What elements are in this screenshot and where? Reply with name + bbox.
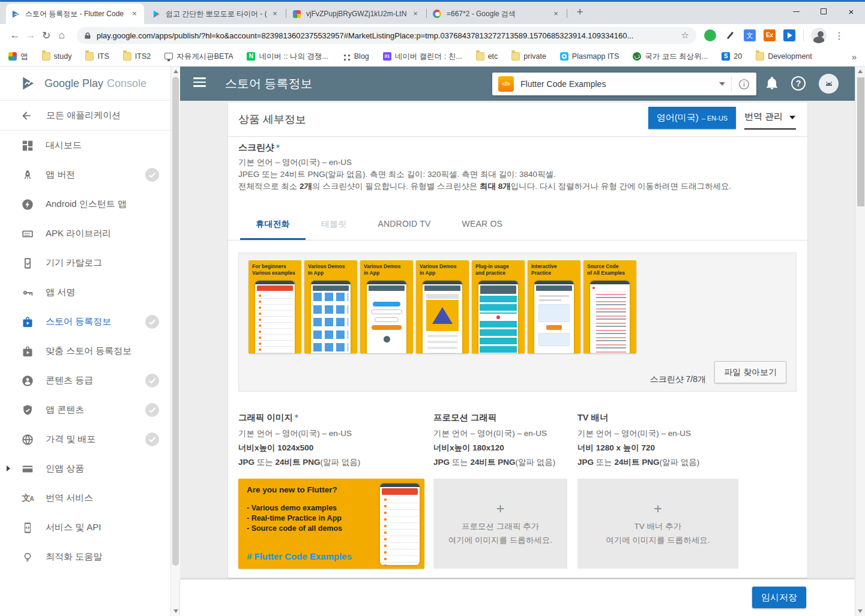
help-icon[interactable]: ?: [791, 76, 806, 91]
screenshot-thumbnail-7[interactable]: Source Codeof All Examples: [583, 260, 636, 353]
account-avatar[interactable]: [819, 74, 839, 94]
new-tab-button[interactable]: +: [571, 4, 588, 21]
extension-icon-video[interactable]: [783, 29, 795, 41]
browser-tab-pomodoro[interactable]: 쉽고 간단한 뽀모도로 타이머 - ( ×: [146, 4, 285, 24]
bookmark-folder-its2[interactable]: ITS2: [123, 52, 151, 61]
sidebar-item-store-listing[interactable]: 스토어 등록정보: [0, 307, 170, 336]
tab-close-icon[interactable]: ×: [270, 9, 280, 19]
screenshot-thumbnail-4[interactable]: Various Demosin App: [416, 260, 469, 353]
lock-icon: [84, 32, 91, 40]
tab-phone[interactable]: 휴대전화: [240, 215, 306, 240]
window-close-button[interactable]: ×: [837, 2, 865, 21]
sidebar-scrollbar[interactable]: [171, 67, 180, 616]
sidebar-item-services-api[interactable]: 서비스 및 API: [0, 513, 170, 542]
scroll-up-icon[interactable]: [173, 70, 178, 73]
scrollbar-thumb[interactable]: [857, 77, 864, 206]
tab-close-icon[interactable]: ×: [411, 9, 420, 19]
extension-icon-eyedropper[interactable]: [724, 29, 736, 41]
hamburger-menu-icon[interactable]: [193, 77, 206, 89]
tv-banner-dropzone[interactable]: + TV 배너 추가 여기에 이미지를 드롭하세요.: [577, 479, 738, 569]
sidebar-item-device-catalog[interactable]: 기기 카탈로그: [0, 248, 170, 278]
sidebar-item-optimization-tips[interactable]: 최적화 도움말: [0, 542, 170, 572]
bookmark-naver-calendar[interactable]: 31네이버 캘린더 : 친...: [383, 52, 462, 62]
bookmark-blog[interactable]: Blog: [342, 52, 369, 61]
bookmark-folder-etc[interactable]: etc: [476, 52, 498, 61]
info-icon[interactable]: [738, 78, 750, 91]
bookmark-star-icon[interactable]: ☆: [681, 30, 689, 41]
scrollbar-thumb[interactable]: [172, 77, 179, 566]
sidebar-item-content-rating[interactable]: 콘텐츠 등급: [0, 366, 170, 395]
browser-toolbar: ← → ↻ ⌂ play.google.com/apps/publish/?hl…: [0, 24, 865, 47]
sidebar-item-app-releases[interactable]: 앱 버전: [0, 160, 170, 190]
screenshot-thumbnail-2[interactable]: Various DemosIn App: [304, 260, 357, 353]
browser-tab-document[interactable]: vjFvZPupjBRyGWZj1kU2m-LtNO ×: [287, 4, 425, 24]
sidebar-item-dashboard[interactable]: 대시보드: [0, 131, 170, 160]
save-footer: 임시저장: [180, 579, 855, 616]
bookmark-plasmapp[interactable]: Plasmapp ITS: [560, 52, 619, 61]
bookmark-20[interactable]: S20: [722, 52, 742, 61]
sidebar-item-in-app-products[interactable]: 인앱 상품: [0, 454, 170, 483]
browser-tab-store-listing[interactable]: 스토어 등록정보 - Flutter Code ×: [6, 4, 144, 24]
notifications-bell-icon[interactable]: [765, 76, 779, 91]
browse-files-button[interactable]: 파일 찾아보기: [714, 361, 786, 383]
apps-grid-icon: [8, 52, 17, 61]
screenshot-caption: Various DemosIn App: [304, 260, 357, 277]
tab-wear-os[interactable]: WEAR OS: [447, 215, 519, 240]
window-maximize-button[interactable]: [810, 2, 837, 21]
browser-menu-icon[interactable]: ⋮: [831, 30, 847, 41]
back-button[interactable]: ←: [7, 29, 23, 41]
bookmarks-overflow-icon[interactable]: »: [852, 52, 857, 62]
sidebar-item-apk-library[interactable]: APK 라이브러리: [0, 219, 170, 248]
sidebar-item-custom-store-listing[interactable]: 맞춤 스토어 등록정보: [0, 336, 170, 366]
browser-tab-google-search[interactable]: =667*2 - Google 검색 ×: [427, 4, 565, 24]
screenshot-thumbnail-3[interactable]: Various Demosin App: [360, 260, 413, 353]
page-scrollbar[interactable]: [855, 67, 865, 616]
google-play-console-logo[interactable]: Google Play Console: [0, 67, 170, 101]
home-button[interactable]: ⌂: [54, 29, 70, 41]
tab-close-icon[interactable]: ×: [130, 9, 139, 19]
promo-graphic-dropzone[interactable]: + 프로모션 그래픽 추가 여기에 이미지를 드롭하세요.: [433, 479, 567, 569]
expand-arrow-icon[interactable]: [7, 465, 10, 471]
screenshot-thumbnail-6[interactable]: InteractivePractice: [528, 260, 580, 353]
sidebar-item-app-signing[interactable]: 앱 서명: [0, 278, 170, 307]
sidebar-item-app-content[interactable]: 앱 콘텐츠: [0, 395, 170, 425]
extension-icon-translate[interactable]: 文: [744, 29, 756, 41]
tab-title: =667*2 - Google 검색: [447, 9, 547, 19]
bookmark-folder-private[interactable]: private: [511, 52, 546, 61]
bookmark-folder-its[interactable]: ITS: [85, 52, 109, 61]
feature-graphic-image[interactable]: Are you new to Flutter? - Various demo e…: [238, 479, 424, 569]
colorful-favicon: [292, 9, 301, 19]
window-minimize-button[interactable]: [782, 2, 810, 21]
app-selector[interactable]: </> Flutter Code Examples: [492, 73, 756, 95]
language-button[interactable]: 영어(미국)– EN-US: [648, 107, 736, 129]
bookmark-apps[interactable]: 앱: [8, 52, 28, 62]
scroll-down-icon[interactable]: [858, 609, 863, 613]
save-draft-button[interactable]: 임시저장: [752, 587, 806, 608]
scroll-up-icon[interactable]: [858, 70, 863, 73]
tab-close-icon[interactable]: ×: [551, 9, 561, 19]
bookmark-folder-development[interactable]: Development: [756, 52, 812, 61]
screenshot-thumbnail-1[interactable]: For beginnersVarious examples: [249, 260, 301, 353]
tab-android-tv[interactable]: ANDROID TV: [362, 215, 446, 240]
chevron-down-icon[interactable]: [719, 82, 725, 86]
bookmark-folder-study[interactable]: study: [42, 52, 72, 61]
refresh-button[interactable]: ↻: [38, 29, 54, 42]
scroll-down-icon[interactable]: [173, 609, 178, 613]
extension-icon-ex[interactable]: Ex: [764, 29, 776, 41]
forward-button[interactable]: →: [23, 29, 38, 41]
sidebar-item-translation-service[interactable]: 文A 번역 서비스: [0, 483, 170, 513]
bookmark-naver[interactable]: N네이버 :: 나의 경쟁...: [247, 52, 328, 62]
sidebar-item-pricing-distribution[interactable]: 가격 및 배포: [0, 425, 170, 454]
tab-tablet[interactable]: 태블릿: [306, 215, 363, 240]
bookmark-board-beta[interactable]: 자유게시판BETA: [164, 52, 233, 62]
folder-icon: [85, 52, 94, 61]
screenshot-thumbnail-5[interactable]: Plug-in usageand practice: [472, 260, 525, 353]
translation-management-menu[interactable]: 번역 관리: [744, 111, 795, 122]
browser-profile-avatar[interactable]: [811, 28, 827, 43]
sidebar-item-all-applications[interactable]: 모든 애플리케이션: [0, 101, 170, 131]
folder-icon: [123, 52, 131, 61]
extension-icon-green-circle[interactable]: [704, 29, 716, 41]
sidebar-item-android-instant-apps[interactable]: Android 인스턴트 앱: [0, 190, 170, 219]
bookmark-country-code[interactable]: 국가 코드 최상위...: [633, 52, 708, 62]
address-bar[interactable]: play.google.com/apps/publish/?hl=ko&acco…: [77, 27, 696, 44]
